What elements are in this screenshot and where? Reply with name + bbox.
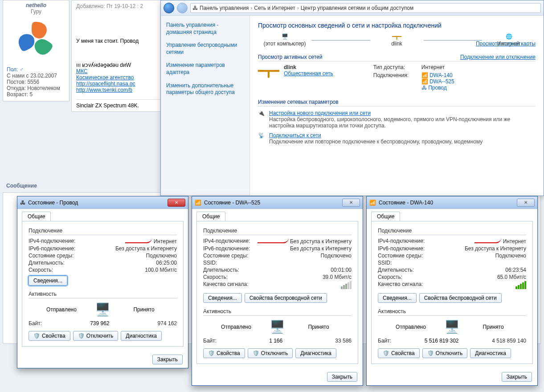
conn-dwa140[interactable]: DWA-140 [429, 72, 453, 78]
conn-dwa525[interactable]: DWA--525 [429, 78, 454, 85]
wifi-props-button[interactable]: Свойства беспроводной сети [245, 293, 327, 303]
network-center-window: 🖧 Панель управления› Сеть и Интернет› Це… [160, 0, 544, 196]
new-conn-link[interactable]: Настройка нового подключения или сети [269, 110, 371, 116]
connect-net-icon: 📡 [258, 132, 265, 145]
side-link-home[interactable]: Панель управления - домашняя страница [166, 22, 244, 36]
side-link-sharing[interactable]: Изменить дополнительные параметры общего… [166, 82, 244, 96]
forum-username: nethello [3, 2, 69, 8]
connect-net-link[interactable]: Подключиться к сети [269, 132, 321, 139]
diagnose-button[interactable]: Диагностика [470, 348, 511, 358]
disconnect-button[interactable]: 🛡️ Отключить [73, 331, 119, 341]
close-button[interactable]: ✕ [517, 199, 535, 207]
status-dialog-wire: 🖧Состояние - Провод✕ Общие Подключение I… [17, 196, 188, 368]
computer-icon: 🖥️ [444, 319, 460, 334]
details-button[interactable]: Сведения... [378, 293, 417, 303]
properties-button[interactable]: 🛡️ Свойства [203, 348, 245, 358]
signal-icon: 📶 [421, 72, 428, 78]
reply-label: Сообщение [6, 183, 37, 189]
link-tsenki[interactable]: http://www.tsenki.com/b [76, 87, 132, 93]
cp-main: Просмотр основных сведений о сети и наст… [250, 16, 544, 196]
breadcrumb[interactable]: 🖧 Панель управления› Сеть и Интернет› Це… [190, 3, 541, 13]
full-map-link[interactable]: Просмотр полной карты [476, 41, 536, 47]
link-nasa[interactable]: http://spaceflight.nasa.gc [76, 81, 135, 87]
router-icon: ━┳━ [392, 33, 401, 40]
network-type[interactable]: Общественная сеть [284, 70, 333, 77]
new-conn-icon: 🔌 [258, 110, 265, 129]
close-button-footer[interactable]: Закрыть [152, 355, 183, 364]
details-button[interactable]: Сведения... [203, 293, 242, 303]
globe-icon: 🌐 [506, 33, 512, 40]
tab-general[interactable]: Общие [22, 212, 51, 221]
status-dialog-dwa525: 📶Состояние - DWA--525✕ Общие Подключение… [192, 196, 363, 386]
cp-toolbar: 🖧 Панель управления› Сеть и Интернет› Це… [161, 0, 544, 16]
close-button-footer[interactable]: Закрыть [327, 372, 357, 382]
side-link-adapter[interactable]: Изменение параметров адаптера [166, 62, 244, 76]
disconnect-button[interactable]: 🛡️ Отключить [248, 348, 293, 358]
wired-icon: 🖧 [421, 85, 427, 91]
tab-general[interactable]: Общие [371, 212, 400, 221]
close-button[interactable]: ✕ [168, 199, 185, 207]
forum-rank: Гуру [3, 8, 69, 15]
conn-wire[interactable]: Провод [428, 85, 447, 91]
cp-heading: Просмотр основных сведений о сети и наст… [258, 22, 536, 29]
cp-sidebar: Панель управления - домашняя страница Уп… [161, 16, 250, 196]
signal-icon: 📶 [195, 200, 201, 206]
avatar [14, 17, 58, 62]
side-link-wifi[interactable]: Управление беспроводными сетями [166, 42, 244, 56]
signal-bars-icon [341, 281, 352, 289]
network-icon: 🖧 [192, 5, 198, 11]
tab-general[interactable]: Общие [196, 212, 225, 221]
forum-user-card: nethello Гуру Пол: ♂ С нами с 23.02.2007… [3, 0, 70, 102]
status-dialog-dwa140: 📶Состояние - DWA-140✕ Общие Подключение … [366, 196, 538, 386]
computer-icon: 🖥️ [282, 33, 288, 40]
properties-button[interactable]: 🛡️ Свойства [378, 348, 420, 358]
computer-icon: 🖥️ [95, 302, 110, 317]
computer-icon: 🖥️ [270, 319, 285, 334]
connect-disconnect-link[interactable]: Подключение или отключение [460, 54, 536, 60]
back-button[interactable] [164, 3, 174, 13]
disconnect-button[interactable]: 🛡️ Отключить [422, 348, 468, 358]
forum-meta: Пол: ♂ С нами с 23.02.2007 Постов: 5556 … [3, 65, 69, 99]
link-agency[interactable]: Космическое агентство [76, 74, 134, 81]
details-button[interactable]: Сведения... [29, 276, 67, 286]
diagnose-button[interactable]: Диагностика [295, 348, 336, 358]
wifi-props-button[interactable]: Свойства беспроводной сети [419, 293, 502, 303]
network-name: dlink [284, 64, 296, 70]
signal-icon: 📶 [369, 200, 376, 206]
diagnose-button[interactable]: Диагностика [121, 331, 162, 341]
signal-bars-icon [515, 281, 526, 289]
link-mks[interactable]: МКС [76, 68, 88, 74]
bench-icon: ━┳━ [258, 64, 279, 91]
close-button[interactable]: ✕ [342, 199, 360, 207]
wired-icon: 🖧 [20, 200, 25, 206]
close-button-footer[interactable]: Закрыть [502, 372, 532, 382]
forward-button[interactable] [177, 3, 188, 13]
signal-icon: 📶 [421, 78, 428, 85]
properties-button[interactable]: 🛡️ Свойства [29, 331, 70, 341]
